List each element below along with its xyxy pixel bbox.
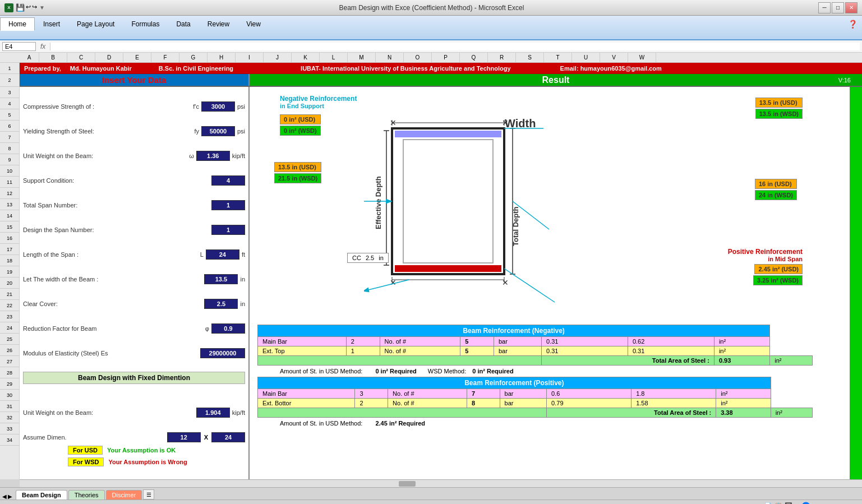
- clear-cover-value[interactable]: 2.5: [204, 299, 238, 309]
- horizontal-scrollbar[interactable]: [20, 479, 862, 487]
- neg-wsd-label: WSD Method:: [428, 368, 466, 374]
- col-header-i: I: [236, 53, 264, 62]
- save-icon[interactable]: 💾: [16, 3, 25, 12]
- length-label: Length of the Span :: [23, 251, 198, 258]
- zoom-slider[interactable]: [795, 502, 840, 505]
- undo-icon[interactable]: ↩: [26, 3, 31, 12]
- neg-main-bar-label: bar: [494, 337, 541, 346]
- neg-ext-top-total-area: 0.31: [628, 346, 714, 356]
- dim-width[interactable]: 12: [167, 432, 201, 442]
- negative-table: Beam Reinforcement (Negative) Main Bar 2…: [257, 325, 813, 366]
- redo-icon[interactable]: ↪: [32, 3, 37, 12]
- col-header-u: U: [572, 53, 600, 62]
- neg-main-bar-unit: in²: [714, 337, 769, 346]
- pos-ext-bot-size: 8: [467, 399, 500, 408]
- svg-text:✕: ✕: [390, 118, 397, 127]
- fc-unit: psi: [235, 103, 245, 110]
- neg-main-bar-area-each: 0.31: [542, 337, 628, 346]
- svg-line-22: [364, 280, 409, 291]
- cell-reference-box[interactable]: [2, 42, 36, 51]
- reduction-factor-value[interactable]: 0.9: [211, 323, 245, 334]
- tab-home[interactable]: Home: [0, 17, 35, 31]
- pos-ext-bot-label: bar: [500, 399, 546, 408]
- tab-beam-design[interactable]: Beam Design: [16, 490, 67, 500]
- version-label: V:16: [838, 77, 851, 84]
- tab-formulas[interactable]: Formulas: [123, 17, 168, 30]
- tab-theories[interactable]: Theories: [68, 490, 105, 500]
- pos-main-bar-row: Main Bar 3 No. of # 7 bar 0.6 1.8 in²: [258, 389, 813, 399]
- total-span-value[interactable]: 1: [211, 200, 245, 210]
- formula-input[interactable]: [50, 43, 860, 50]
- maximize-button[interactable]: □: [832, 2, 844, 13]
- add-sheet-button[interactable]: ☰: [143, 489, 154, 500]
- support-row: Support Condition: 4: [23, 174, 245, 187]
- cc-unit: in: [379, 255, 384, 261]
- dim-height[interactable]: 24: [211, 432, 245, 442]
- wsd-assumption-row: For WSD Your Assumption is Wrong: [23, 456, 245, 468]
- pos-ext-bot-total-area: 1.58: [631, 399, 716, 408]
- unit-weight-unit: kip/ft: [230, 152, 245, 159]
- cc-value: 2.5: [366, 255, 374, 261]
- support-value[interactable]: 4: [211, 175, 245, 186]
- neg-main-bar-size: 5: [460, 337, 494, 346]
- neg-ext-top-label: bar: [494, 346, 541, 356]
- svg-text:✕: ✕: [502, 278, 509, 287]
- pos-ext-bot-noof: No. of #: [388, 399, 467, 408]
- pos-main-bar-count: 3: [355, 389, 388, 399]
- neg-reinf-label: Negative Reinforcement: [280, 95, 357, 103]
- fy-unit: psi: [235, 128, 245, 135]
- scroll-thumb[interactable]: [399, 481, 416, 487]
- svg-text:Effective Depth: Effective Depth: [374, 176, 382, 229]
- fc-value[interactable]: 3000: [201, 101, 235, 112]
- col-header-r: R: [488, 53, 516, 62]
- next-sheet-button[interactable]: ▶: [8, 493, 12, 500]
- width-value[interactable]: 13.5: [204, 274, 238, 284]
- length-value[interactable]: 24: [206, 249, 239, 260]
- neg-end-boxes: 0 in² (USD) 0 in² (WSD): [280, 114, 321, 136]
- help-icon[interactable]: ❓: [848, 20, 858, 29]
- neg-total-label: Total Area of Steel :: [542, 356, 715, 366]
- fx-label: fx: [38, 43, 48, 50]
- col-header-s: S: [516, 53, 544, 62]
- unit-weight-row: Unit Weight on the Beam: ω 1.36 kip/ft: [23, 150, 245, 162]
- sheet-tabs: ◀ ▶ Beam Design Theories Discimer ☰: [0, 487, 862, 500]
- col-header-h: H: [208, 53, 236, 62]
- fy-value[interactable]: 50000: [201, 126, 235, 136]
- unit-weight-computed-value: 1.904: [196, 408, 230, 418]
- pos-ext-bot-type: Ext. Bottor: [258, 399, 355, 408]
- minimize-button[interactable]: ─: [818, 2, 831, 13]
- support-label: Support Condition:: [23, 177, 211, 184]
- design-span-value[interactable]: 1: [211, 225, 245, 235]
- cc-label: CC: [352, 255, 361, 261]
- neg-usd-value: 0 in² Required: [364, 368, 416, 374]
- diagram-area: Negative Reinforcement in End Support 0 …: [252, 89, 847, 325]
- tab-disclaimer[interactable]: Discimer: [106, 490, 142, 500]
- pos-main-bar-unit: in²: [716, 389, 771, 399]
- width-label: Let The width of the Beam :: [23, 276, 204, 283]
- modulus-value[interactable]: 29000000: [200, 348, 245, 358]
- unit-weight-computed-label: Unit Weight on the Beam:: [23, 409, 196, 416]
- neg-mid-boxes: 13.5 in (USD) 21.5 in (WSD): [274, 162, 321, 183]
- tab-data[interactable]: Data: [168, 17, 199, 30]
- design-span-row: Design the Span Number: 1: [23, 224, 245, 236]
- close-button[interactable]: ✕: [845, 2, 858, 13]
- tab-insert[interactable]: Insert: [35, 17, 68, 30]
- neg-ext-top-count: 1: [346, 346, 380, 356]
- neg-mid-usd-box: 13.5 in (USD): [274, 162, 321, 172]
- header-row-1: Prepared by, Md. Humayoun Kabir B.Sc. in…: [20, 63, 862, 74]
- tab-review[interactable]: Review: [199, 17, 238, 30]
- col-header-p: P: [432, 53, 460, 62]
- col-header-q: Q: [460, 53, 488, 62]
- clear-cover-row: Clear Cover: 2.5 in: [23, 298, 245, 310]
- neg-ext-top-size: 5: [460, 346, 494, 356]
- tab-view[interactable]: View: [238, 17, 269, 30]
- unit-weight-value[interactable]: 1.36: [196, 151, 230, 161]
- pos-usd-value: 2.45 in² Required: [364, 420, 425, 427]
- pos-reinf-annotation: Positive Reinforcement in Mid Span 2.45 …: [728, 248, 803, 285]
- prev-sheet-button[interactable]: ◀: [2, 493, 7, 500]
- dropdown-arrow-icon[interactable]: ▼: [39, 4, 45, 11]
- tab-page-layout[interactable]: Page Layout: [68, 17, 123, 30]
- total-span-row: Total Span Number: 1: [23, 199, 245, 211]
- width-row: Let The width of the Beam : 13.5 in: [23, 273, 245, 285]
- modulus-row: Modulus of Elasticity (Steel) Es 2900000…: [23, 347, 245, 359]
